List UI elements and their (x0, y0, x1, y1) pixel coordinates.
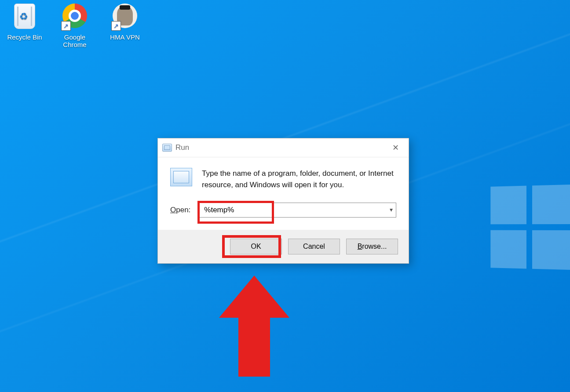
run-dialog: Run ✕ Type the name of a program, folder… (157, 138, 409, 264)
desktop-background[interactable]: ♻ Recycle Bin ↗ Google Chrome ↗ HMA VPN … (0, 0, 570, 392)
run-app-icon (162, 144, 172, 152)
shortcut-arrow-icon: ↗ (111, 21, 121, 31)
desktop-icon-label: Recycle Bin (4, 33, 46, 41)
cancel-button[interactable]: Cancel (288, 239, 340, 254)
windows-logo-icon (490, 185, 570, 270)
svg-marker-0 (219, 276, 289, 377)
desktop-icon-hma-vpn[interactable]: ↗ HMA VPN (104, 4, 146, 41)
hma-donkey-icon: ↗ (111, 4, 139, 31)
shortcut-arrow-icon: ↗ (61, 21, 71, 31)
dialog-button-row: OK Cancel Browse... (158, 230, 409, 263)
desktop-icon-label: Google Chrome (54, 33, 96, 48)
annotation-arrow-icon (219, 276, 289, 377)
browse-button[interactable]: Browse... (346, 239, 398, 254)
desktop-icon-label: HMA VPN (104, 33, 146, 41)
open-input[interactable] (199, 203, 396, 218)
run-large-icon (170, 168, 192, 186)
dialog-description: Type the name of a program, folder, docu… (202, 168, 396, 190)
desktop-icon-chrome[interactable]: ↗ Google Chrome (54, 4, 96, 48)
open-label: Open: (170, 206, 190, 214)
chrome-icon: ↗ (61, 4, 88, 31)
close-button[interactable]: ✕ (385, 140, 406, 155)
dialog-titlebar[interactable]: Run ✕ (158, 138, 409, 157)
recycle-bin-icon: ♻ (11, 4, 38, 31)
dialog-title: Run (175, 143, 385, 152)
open-combobox[interactable]: ▾ (199, 203, 396, 218)
ok-button[interactable]: OK (230, 239, 282, 254)
desktop-icon-recycle-bin[interactable]: ♻ Recycle Bin (4, 4, 46, 41)
close-icon: ✕ (392, 143, 399, 152)
